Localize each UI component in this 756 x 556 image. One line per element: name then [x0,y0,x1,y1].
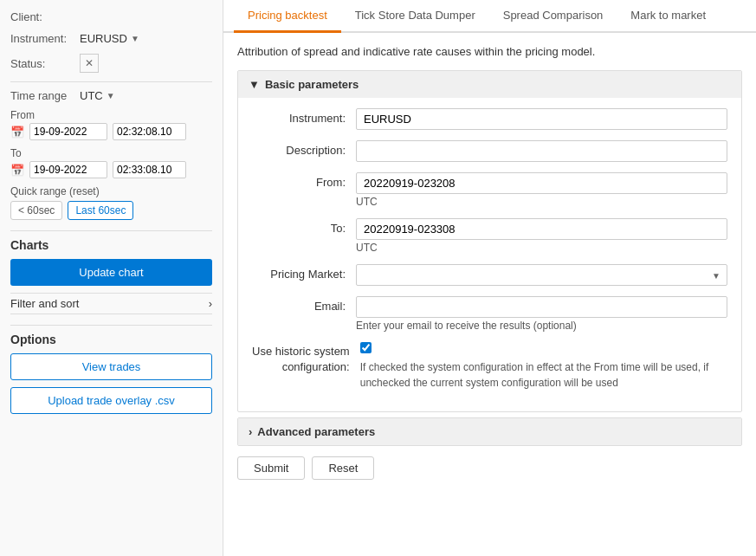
instrument-dropdown-arrow: ▼ [131,34,139,43]
divider-2 [10,230,212,231]
status-clear-button[interactable]: ✕ [80,54,99,73]
email-hint: Enter your email to receive the results … [356,320,727,332]
status-label: Status: [10,57,80,70]
instrument-row: Instrument: [252,108,727,130]
divider-1 [10,81,212,82]
reset-button[interactable]: Reset [312,456,374,480]
from-date-input[interactable] [29,123,107,140]
client-label: Client: [10,10,80,23]
advanced-parameters-header[interactable]: › Advanced parameters [238,418,741,445]
from-time-input[interactable] [113,123,186,140]
use-historic-row: Use historic systemconfiguration: If che… [252,342,727,391]
email-input[interactable] [356,296,727,318]
submit-button[interactable]: Submit [237,456,305,480]
tab-tick-store[interactable]: Tick Store Data Dumper [341,0,489,33]
charts-header: Charts [10,238,212,252]
instrument-form-label: Instrument: [252,108,356,125]
tab-mark-to-market[interactable]: Mark to market [617,0,720,33]
from-label: From [10,109,212,121]
tab-spread-comparison[interactable]: Spread Comparison [489,0,617,33]
basic-params-title: Basic parameters [265,78,359,91]
quick-range-label: Quick range (reset) [10,185,212,197]
description-row: Description: [252,140,727,162]
time-range-label: Time range [10,89,80,102]
filter-sort-row[interactable]: Filter and sort › [10,293,212,314]
time-range-dropdown-arrow: ▼ [107,91,115,100]
filter-sort-chevron: › [209,297,212,310]
basic-params-chevron: ▼ [249,78,260,91]
from-row: From: UTC [252,172,727,208]
to-date-input[interactable] [29,161,107,178]
to-input[interactable] [356,218,727,240]
view-trades-button[interactable]: View trades [10,353,212,380]
instrument-value: EURUSD [80,32,127,45]
time-range-value: UTC [80,89,103,102]
quick-range-last60sec-button[interactable]: Last 60sec [68,201,133,220]
main-content: Pricing backtest Tick Store Data Dumper … [223,0,756,556]
filter-sort-label: Filter and sort [10,297,79,310]
submit-row: Submit Reset [237,446,742,480]
to-label: To [10,147,212,159]
advanced-parameters-panel: › Advanced parameters [237,417,742,446]
tab-pricing-backtest[interactable]: Pricing backtest [234,0,341,33]
upload-trade-overlay-button[interactable]: Upload trade overlay .csv [10,387,212,414]
sidebar: Client: Instrument: EURUSD ▼ Status: ✕ T… [0,0,223,556]
to-calendar-icon[interactable]: 📅 [10,164,24,177]
description-form-label: Description: [252,140,356,157]
email-label: Email: [252,296,356,313]
pricing-market-select[interactable] [356,264,727,286]
email-row: Email: Enter your email to receive the r… [252,296,727,332]
quick-range-60sec-button[interactable]: < 60sec [10,201,62,220]
instrument-input[interactable] [356,108,727,130]
from-form-label: From: [252,172,356,189]
to-time-input[interactable] [113,161,186,178]
from-calendar-icon[interactable]: 📅 [10,126,24,139]
content-area: Attribution of spread and indicative rat… [223,33,756,556]
basic-parameters-panel: ▼ Basic parameters Instrument: Descripti… [237,70,742,412]
adv-params-title: Advanced parameters [257,425,375,438]
from-timezone: UTC [356,196,727,208]
divider-3 [10,325,212,326]
use-historic-label: Use historic systemconfiguration: [252,342,360,375]
from-input[interactable] [356,172,727,194]
options-header: Options [10,333,212,346]
to-form-label: To: [252,218,356,235]
instrument-label: Instrument: [10,32,80,45]
use-historic-description: If checked the system configuration in e… [360,359,727,391]
pricing-market-label: Pricing Market: [252,264,356,281]
tabs: Pricing backtest Tick Store Data Dumper … [223,0,756,33]
to-timezone: UTC [356,242,727,254]
description-input[interactable] [356,140,727,162]
use-historic-checkbox[interactable] [360,342,372,353]
adv-params-chevron: › [249,425,252,438]
pricing-market-row: Pricing Market: ▼ [252,264,727,286]
description-text: Attribution of spread and indicative rat… [237,45,742,58]
basic-parameters-header[interactable]: ▼ Basic parameters [238,71,741,98]
to-row: To: UTC [252,218,727,254]
update-chart-button[interactable]: Update chart [10,259,212,286]
